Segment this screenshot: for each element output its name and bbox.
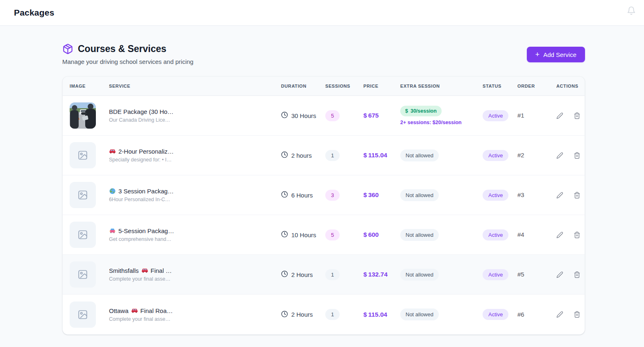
status-cell: Active <box>483 190 517 201</box>
section-heading-block: Courses & Services Manage your driving s… <box>62 43 193 65</box>
clock-icon <box>281 231 288 239</box>
delete-button[interactable] <box>574 231 581 238</box>
actions-cell <box>556 192 581 199</box>
extra-session-cell: Not allowed <box>400 189 483 201</box>
delete-button[interactable] <box>574 192 581 199</box>
price-value: 132.74 <box>368 271 388 278</box>
edit-button[interactable] <box>556 152 563 159</box>
column-header-status: STATUS <box>483 84 517 88</box>
order-cell: #4 <box>517 231 556 238</box>
order-value: #3 <box>517 191 524 198</box>
notifications-button[interactable] <box>626 6 637 16</box>
dollar-icon: $ <box>363 112 367 119</box>
delete-button[interactable] <box>574 112 581 119</box>
service-name: 2-Hour Personaliz… <box>109 148 281 155</box>
not-allowed-badge: Not allowed <box>400 229 439 241</box>
clock-icon <box>281 191 288 199</box>
service-name: SmithsfallsFinal … <box>109 267 281 274</box>
service-name-text: BDE Package (30 Ho… <box>109 108 174 115</box>
duration-cell: 2 hours <box>281 151 325 159</box>
duration-cell: 6 Hours <box>281 191 325 199</box>
sessions-cell: 1 <box>325 309 363 320</box>
clock-icon <box>281 311 288 319</box>
sessions-cell: 5 <box>325 110 363 121</box>
edit-button[interactable] <box>556 231 563 238</box>
order-value: #4 <box>517 231 524 238</box>
duration-value: 2 Hours <box>291 271 313 278</box>
order-cell: #5 <box>517 271 556 278</box>
service-name-text: Ottawa <box>109 307 129 314</box>
sessions-badge: 3 <box>325 190 340 201</box>
trash-icon <box>574 273 581 279</box>
add-service-label: Add Service <box>543 51 576 58</box>
duration-value: 2 Hours <box>291 311 313 318</box>
delete-button[interactable] <box>574 271 581 278</box>
not-allowed-badge: Not allowed <box>400 189 439 201</box>
actions-cell <box>556 152 581 159</box>
table-row: SmithsfallsFinal …Complete your final as… <box>63 255 585 295</box>
service-description: 6Hour Personalized In-C… <box>109 197 281 202</box>
column-header-image: IMAGE <box>70 84 109 88</box>
status-badge: Active <box>483 309 508 320</box>
edit-button[interactable] <box>556 112 563 119</box>
delete-button[interactable] <box>574 152 581 159</box>
clock-icon <box>281 151 288 159</box>
actions-cell <box>556 311 581 318</box>
column-header-sessions: SESSIONS <box>325 84 363 88</box>
dollar-icon: $ <box>363 311 367 318</box>
section-title: Courses & Services <box>78 43 166 54</box>
order-cell: #3 <box>517 191 556 199</box>
pencil-icon <box>556 114 563 120</box>
extra-session-cell: Not allowed <box>400 308 483 320</box>
price-cell: $600 <box>363 231 400 238</box>
table-row: BDE Package (30 Ho…Our Canada Driving Li… <box>63 96 585 136</box>
status-cell: Active <box>483 309 517 320</box>
image-placeholder-icon <box>70 182 96 208</box>
edit-button[interactable] <box>556 192 563 199</box>
image-placeholder-icon <box>70 222 96 248</box>
sessions-badge: 5 <box>325 110 340 121</box>
top-bar: Packages <box>0 0 644 26</box>
delete-button[interactable] <box>574 311 581 318</box>
image-cell <box>70 182 109 208</box>
duration-cell: 2 Hours <box>281 270 325 279</box>
service-name-text: Smithsfalls <box>109 267 139 274</box>
red-car-icon <box>109 148 116 155</box>
duration-value: 6 Hours <box>291 192 313 199</box>
clock-icon <box>281 270 288 279</box>
pencil-icon <box>556 234 563 240</box>
pencil-icon <box>556 313 563 319</box>
bell-icon <box>627 10 636 16</box>
dollar-icon: $ <box>363 231 367 238</box>
order-value: #1 <box>517 112 524 119</box>
service-name-text: Final Roa… <box>141 307 173 314</box>
extra-session-cell: Not allowed <box>400 150 483 161</box>
trash-icon <box>574 154 581 160</box>
trash-icon <box>574 194 581 200</box>
service-name: 3 Session Packag… <box>109 188 281 195</box>
status-cell: Active <box>483 229 517 240</box>
add-service-button[interactable]: + Add Service <box>527 47 585 62</box>
sessions-badge: 5 <box>325 229 340 240</box>
red-car-icon <box>131 307 138 314</box>
price-value: 115.04 <box>368 311 388 318</box>
table-row: 2-Hour Personaliz…Specially designed for… <box>63 136 585 175</box>
service-description: Get comprehensive hand… <box>109 236 281 242</box>
extra-session-rate: 30/session <box>410 108 437 114</box>
column-header-service: SERVICE <box>109 84 281 88</box>
edit-button[interactable] <box>556 271 563 278</box>
duration-cell: 2 Hours <box>281 311 325 319</box>
section-header: Courses & Services Manage your driving s… <box>62 43 585 65</box>
package-icon <box>62 43 73 54</box>
service-description: Specially designed for: • I… <box>109 157 281 163</box>
status-badge: Active <box>483 190 508 201</box>
edit-button[interactable] <box>556 311 563 318</box>
table-row: OttawaFinal Roa…Complete your final asse… <box>63 295 585 334</box>
order-value: #5 <box>517 271 524 278</box>
extra-session-cell: Not allowed <box>400 269 483 281</box>
image-cell <box>70 142 109 168</box>
status-cell: Active <box>483 110 517 121</box>
not-allowed-badge: Not allowed <box>400 269 439 281</box>
price-cell: $360 <box>363 191 400 199</box>
price-cell: $132.74 <box>363 271 400 278</box>
